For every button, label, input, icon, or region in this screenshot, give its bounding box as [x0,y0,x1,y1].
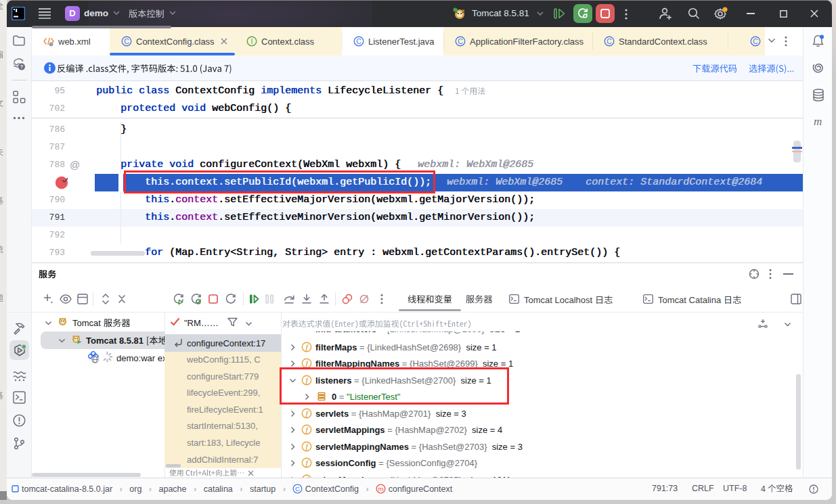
svg-text:f: f [306,344,309,351]
svg-text:C: C [607,37,612,45]
svg-text:f: f [306,410,309,417]
svg-text:f: f [306,459,309,467]
svg-text:C: C [458,37,463,45]
svg-text:C: C [356,37,361,45]
svg-text:I: I [251,37,253,45]
svg-text:m: m [378,485,384,492]
svg-text:?: ? [20,64,24,70]
svg-text:f: f [306,443,309,451]
svg-text:f: f [306,360,309,367]
svg-text:C: C [753,37,758,45]
svg-text:C: C [295,485,300,492]
svg-text:C: C [124,37,129,45]
svg-text:f: f [306,426,309,434]
